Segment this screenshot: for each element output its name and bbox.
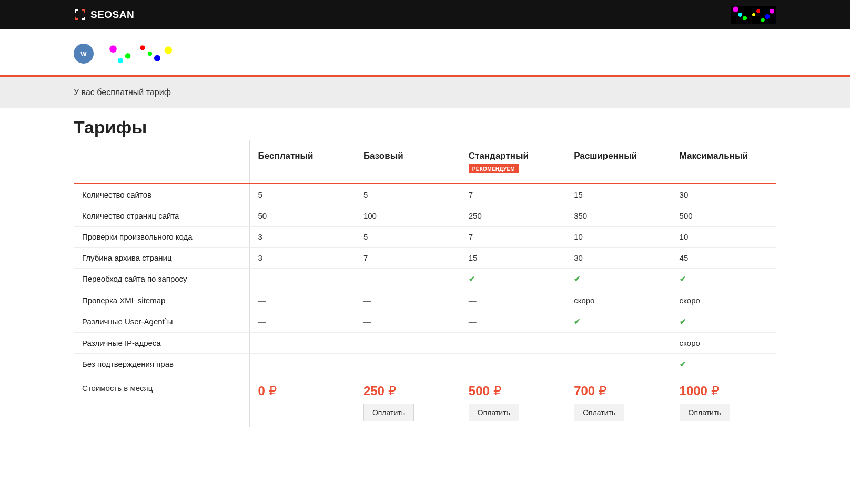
feature-value: 250 (460, 205, 565, 226)
table-row: Проверка XML sitemap———скороскоро (74, 290, 776, 311)
dash-icon: — (258, 359, 266, 368)
ruble-icon: ₽ (388, 384, 396, 398)
feature-value: — (460, 311, 565, 332)
feature-value: ✔ (565, 268, 671, 290)
feature-value: — (355, 268, 460, 290)
check-icon: ✔ (680, 317, 686, 326)
check-icon: ✔ (574, 274, 581, 283)
feature-value: — (355, 353, 460, 375)
plan-header-4: Максимальный (671, 140, 776, 184)
price-cell: 250 ₽Оплатить (355, 375, 460, 427)
logo[interactable]: SEOSAN (74, 8, 134, 21)
feature-value: — (460, 332, 565, 353)
price-value: 700 ₽ (574, 384, 662, 398)
dash-icon: — (469, 296, 477, 305)
price-row: Стоимость в месяц0 ₽250 ₽Оплатить500 ₽Оп… (74, 375, 776, 427)
pay-button[interactable]: Оплатить (574, 404, 624, 421)
dash-icon: — (363, 296, 371, 305)
check-icon: ✔ (574, 317, 581, 326)
feature-value: 5 (355, 226, 460, 247)
table-row: Количество страниц сайта50100250350500 (74, 205, 776, 226)
feature-label: Различные IP-адреса (74, 332, 249, 353)
plan-header-2: СтандартныйРЕКОМЕНДУЕМ (460, 140, 565, 184)
tariff-table: БесплатныйБазовыйСтандартныйРЕКОМЕНДУЕМР… (74, 140, 776, 427)
pay-button[interactable]: Оплатить (469, 404, 519, 421)
feature-value: 30 (565, 247, 671, 268)
feature-value: 5 (249, 183, 355, 205)
ruble-icon: ₽ (599, 384, 606, 398)
price-value: 0 ₽ (258, 384, 346, 398)
feature-label: Количество сайтов (74, 183, 249, 205)
feature-value: 45 (671, 247, 776, 268)
feature-value: — (565, 353, 671, 375)
user-bar: w (0, 29, 850, 75)
feature-value: ✔ (671, 311, 776, 332)
feature-value: — (460, 353, 565, 375)
feature-value: 3 (249, 226, 355, 247)
check-icon: ✔ (680, 359, 686, 368)
check-icon: ✔ (680, 274, 686, 283)
plan-name: Максимальный (680, 151, 768, 161)
table-header-row: БесплатныйБазовыйСтандартныйРЕКОМЕНДУЕМР… (74, 140, 776, 184)
table-corner-cell (74, 140, 249, 184)
feature-value: — (249, 332, 355, 353)
dash-icon: — (258, 296, 266, 305)
feature-value: 10 (671, 226, 776, 247)
feature-label: Количество страниц сайта (74, 205, 249, 226)
top-bar: SEOSAN (0, 0, 850, 29)
dash-icon: — (574, 338, 582, 347)
pay-button[interactable]: Оплатить (680, 404, 730, 421)
feature-value: 50 (249, 205, 355, 226)
feature-value: 10 (565, 226, 671, 247)
feature-value: — (249, 311, 355, 332)
vk-icon[interactable]: w (74, 44, 94, 64)
dash-icon: — (469, 359, 477, 368)
feature-value: 7 (460, 183, 565, 205)
feature-label: Переобход сайта по запросу (74, 268, 249, 290)
dash-icon: — (258, 274, 266, 283)
feature-label: Проверка XML sitemap (74, 290, 249, 311)
plan-name: Стандартный (469, 151, 557, 161)
plan-header-0: Бесплатный (249, 140, 355, 184)
user-name-graphic (102, 42, 176, 65)
feature-value: 100 (355, 205, 460, 226)
price-cell: 0 ₽ (249, 375, 355, 427)
plan-header-1: Базовый (355, 140, 460, 184)
dash-icon: — (363, 317, 371, 326)
price-cell: 500 ₽Оплатить (460, 375, 565, 427)
tariff-notice-text: У вас бесплатный тариф (74, 88, 171, 97)
ruble-icon: ₽ (269, 384, 277, 398)
plan-header-3: Расширенный (565, 140, 671, 184)
ruble-icon: ₽ (493, 384, 501, 398)
page-title: Тарифы (74, 117, 776, 138)
dash-icon: — (363, 274, 371, 283)
feature-label: Без подтверждения прав (74, 353, 249, 375)
feature-value: 30 (671, 183, 776, 205)
feature-value: — (249, 290, 355, 311)
pay-button[interactable]: Оплатить (363, 404, 414, 421)
price-cell: 1000 ₽Оплатить (671, 375, 776, 427)
table-row: Различные IP-адреса————скоро (74, 332, 776, 353)
feature-value: 15 (565, 183, 671, 205)
feature-value: — (249, 268, 355, 290)
logo-brackets-icon (74, 8, 86, 21)
dash-icon: — (469, 338, 477, 347)
feature-value: ✔ (565, 311, 671, 332)
feature-value: — (249, 353, 355, 375)
main-content: Тарифы БесплатныйБазовыйСтандартныйРЕКОМ… (0, 108, 850, 448)
feature-value: — (355, 311, 460, 332)
plan-name: Расширенный (574, 151, 662, 161)
table-row: Количество сайтов5571530 (74, 183, 776, 205)
feature-value: скоро (671, 332, 776, 353)
recommended-badge: РЕКОМЕНДУЕМ (469, 164, 519, 173)
feature-value: ✔ (671, 353, 776, 375)
feature-label: Различные User-Agent`ы (74, 311, 249, 332)
feature-value: ✔ (460, 268, 565, 290)
price-row-label: Стоимость в месяц (74, 375, 249, 427)
user-avatar[interactable] (731, 6, 776, 24)
dash-icon: — (363, 338, 371, 347)
table-row: Различные User-Agent`ы———✔✔ (74, 311, 776, 332)
dash-icon: — (258, 338, 266, 347)
table-body: Количество сайтов5571530Количество стран… (74, 183, 776, 427)
feature-value: скоро (565, 290, 671, 311)
